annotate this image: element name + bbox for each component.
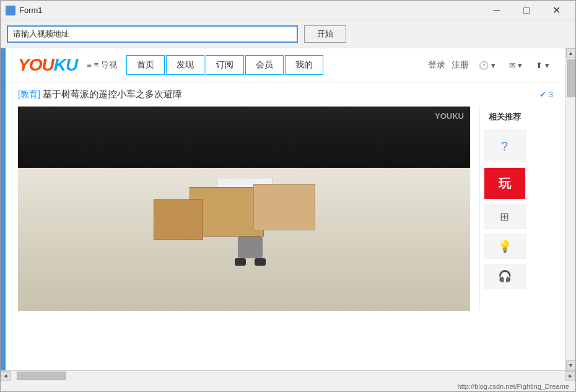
scroll-down-arrow[interactable]: ▼ bbox=[566, 360, 576, 370]
toolbar: 开始 bbox=[1, 20, 575, 48]
question-icon: ? bbox=[501, 139, 508, 154]
vertical-scrollbar: ▲ ▼ bbox=[565, 48, 575, 370]
login-link[interactable]: 登录 bbox=[428, 59, 445, 71]
maximize-button[interactable]: □ bbox=[512, 2, 541, 19]
scroll-track-v[interactable] bbox=[566, 98, 576, 360]
window-title: Form1 bbox=[19, 6, 482, 15]
grid-icon: ⊞ bbox=[500, 210, 509, 224]
related-grid-btn[interactable]: ⊞ bbox=[484, 204, 526, 229]
video-player[interactable]: YOUKU bbox=[18, 107, 470, 311]
main-window: Form1 ─ □ ✕ 开始 YOUKU ≡ ≡ 导视 bbox=[0, 0, 576, 392]
robot-body bbox=[238, 237, 263, 258]
video-box-3 bbox=[154, 199, 203, 240]
scroll-thumb-v[interactable] bbox=[567, 59, 575, 97]
related-bulb-btn[interactable]: 💡 bbox=[484, 234, 526, 259]
horizontal-scrollbar: ◄ ► bbox=[1, 370, 575, 380]
nav-tabs: 首页 发现 订阅 会员 我的 bbox=[126, 55, 323, 75]
scroll-track-h[interactable] bbox=[11, 371, 565, 381]
video-content: YOUKU bbox=[18, 107, 470, 311]
app-icon bbox=[6, 6, 15, 15]
main-content: YOUKU ≡ ≡ 导视 首页 发现 订阅 会员 我的 登录 注册 🕐 ▾ bbox=[1, 48, 575, 370]
url-input[interactable] bbox=[7, 25, 298, 43]
status-url: http://blog.csdn.net/Fighting_Dreame bbox=[458, 383, 569, 390]
nav-right: 登录 注册 🕐 ▾ ✉ ▾ ⬆ ▾ bbox=[428, 58, 553, 72]
related-headphone-btn[interactable]: 🎧 bbox=[484, 264, 526, 289]
logo-you: YOU bbox=[18, 55, 54, 74]
check-icon: ✔ bbox=[539, 90, 546, 99]
tab-mine[interactable]: 我的 bbox=[285, 55, 323, 75]
title-bar: Form1 ─ □ ✕ bbox=[1, 1, 575, 20]
bulb-icon: 💡 bbox=[498, 240, 512, 253]
youku-header: YOUKU ≡ ≡ 导视 首页 发现 订阅 会员 我的 登录 注册 🕐 ▾ bbox=[6, 48, 565, 82]
video-title-row: [教育] 基于树莓派的遥控小车之多次避障 ✔ 3 bbox=[18, 89, 553, 100]
robot-wheels bbox=[235, 258, 266, 266]
video-check-count: ✔ 3 bbox=[539, 90, 553, 99]
start-button[interactable]: 开始 bbox=[304, 25, 346, 43]
video-title-text: [教育] 基于树莓派的遥控小车之多次避障 bbox=[18, 89, 182, 100]
play-card-label: 玩 bbox=[499, 175, 511, 192]
clock-btn[interactable]: 🕐 ▾ bbox=[475, 58, 499, 72]
scroll-up-arrow[interactable]: ▲ bbox=[566, 48, 576, 58]
video-robot bbox=[235, 237, 266, 274]
tab-discover[interactable]: 发现 bbox=[166, 55, 204, 75]
related-card-1[interactable]: ? bbox=[484, 130, 526, 162]
tab-home[interactable]: 首页 bbox=[126, 55, 165, 75]
web-content: YOUKU ≡ ≡ 导视 首页 发现 订阅 会员 我的 登录 注册 🕐 ▾ bbox=[6, 48, 565, 370]
logo-ku: KU bbox=[54, 55, 77, 74]
check-number: 3 bbox=[549, 90, 553, 99]
related-card-2[interactable]: 玩 bbox=[484, 167, 526, 199]
robot-wheel-left bbox=[235, 258, 246, 266]
youku-watermark: YOUKU bbox=[435, 111, 464, 121]
video-container: YOUKU 相关推荐 ? 玩 ⊞ bbox=[18, 107, 553, 311]
scroll-right-arrow[interactable]: ► bbox=[565, 371, 575, 381]
headphone-icon: 🎧 bbox=[498, 269, 512, 283]
mail-btn[interactable]: ✉ ▾ bbox=[505, 58, 526, 72]
status-bar: http://blog.csdn.net/Fighting_Dreame bbox=[1, 380, 575, 391]
close-button[interactable]: ✕ bbox=[542, 2, 570, 19]
nav-guide-label: ≡ 导视 bbox=[94, 59, 117, 71]
nav-guide[interactable]: ≡ ≡ 导视 bbox=[87, 59, 117, 71]
video-title-main: 基于树莓派的遥控小车之多次避障 bbox=[43, 89, 182, 99]
register-link[interactable]: 注册 bbox=[452, 59, 469, 71]
left-indicator bbox=[1, 48, 6, 370]
video-area: [教育] 基于树莓派的遥控小车之多次避障 ✔ 3 bbox=[6, 82, 565, 317]
scroll-thumb-h[interactable] bbox=[17, 372, 66, 380]
nav-guide-icon: ≡ bbox=[87, 61, 92, 70]
tab-vip[interactable]: 会员 bbox=[245, 55, 284, 75]
minimize-button[interactable]: ─ bbox=[482, 2, 511, 19]
window-controls: ─ □ ✕ bbox=[482, 2, 570, 19]
video-tag[interactable]: [教育] bbox=[18, 89, 40, 99]
video-box-2 bbox=[253, 184, 315, 230]
tab-subscribe[interactable]: 订阅 bbox=[206, 55, 244, 75]
robot-wheel-right bbox=[255, 258, 266, 266]
related-title: 相关推荐 bbox=[489, 111, 521, 123]
video-scene: YOUKU bbox=[18, 107, 470, 311]
scroll-left-arrow[interactable]: ◄ bbox=[1, 371, 11, 381]
upload-btn[interactable]: ⬆ ▾ bbox=[532, 58, 553, 72]
related-sidebar: 相关推荐 ? 玩 ⊞ 💡 bbox=[479, 107, 529, 311]
youku-logo: YOUKU bbox=[18, 55, 77, 75]
